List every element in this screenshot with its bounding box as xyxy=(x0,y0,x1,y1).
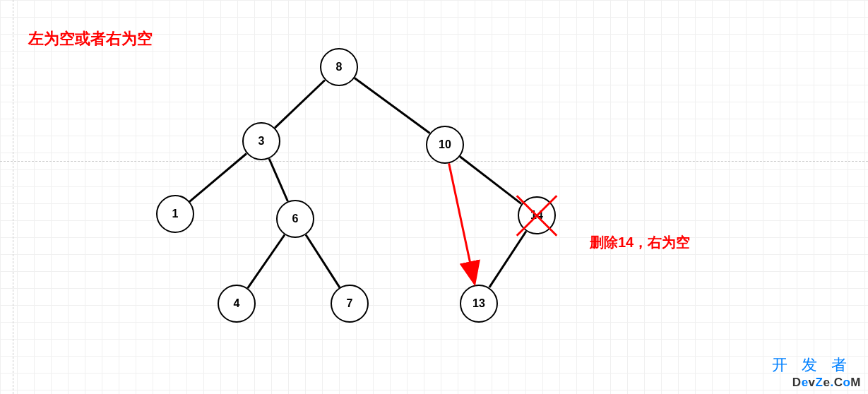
diagram-title: 左为空或者右为空 xyxy=(28,28,153,49)
tree-node-8: 8 xyxy=(320,48,358,86)
horizontal-axis xyxy=(0,161,868,162)
watermark-line1: 开发者 xyxy=(772,354,861,376)
watermark: 开发者 DevZe.CoM xyxy=(772,354,861,390)
tree-node-1: 1 xyxy=(156,195,194,233)
tree-node-6: 6 xyxy=(276,200,314,238)
vertical-axis xyxy=(13,0,13,394)
tree-node-7: 7 xyxy=(331,285,369,323)
tree-node-10: 10 xyxy=(426,126,464,164)
tree-node-13: 13 xyxy=(460,285,498,323)
delete-annotation: 删除14，右为空 xyxy=(590,233,690,252)
grid-background xyxy=(0,0,868,394)
watermark-line2: DevZe.CoM xyxy=(772,376,861,390)
tree-node-3: 3 xyxy=(242,122,280,160)
tree-node-4: 4 xyxy=(218,285,256,323)
